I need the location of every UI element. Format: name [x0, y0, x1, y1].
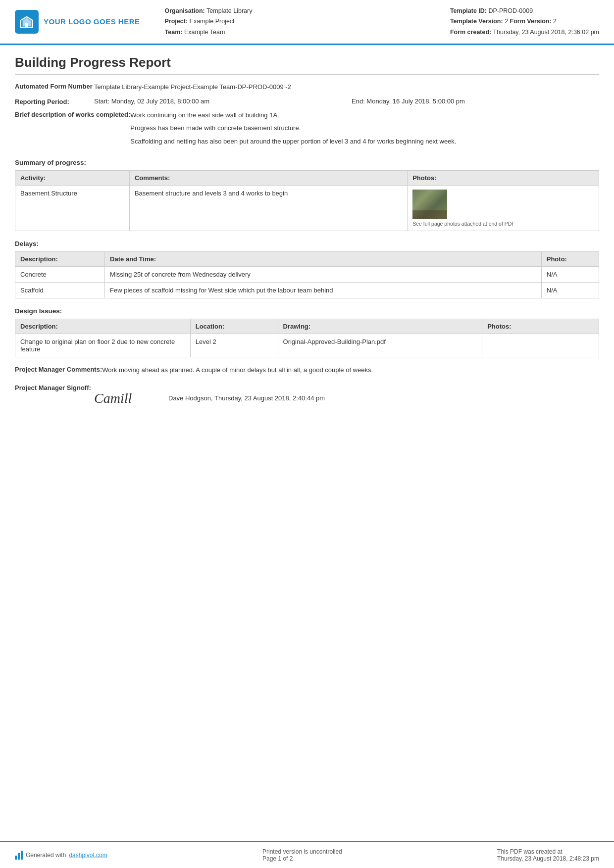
logo-icon: [15, 10, 39, 34]
brief-desc-line-3: Scaffolding and netting has also been pu…: [130, 137, 599, 147]
dashpivot-link[interactable]: dashpivot.com: [69, 852, 107, 859]
summary-photos-1: See full page photos attached at end of …: [408, 185, 599, 231]
delays-row-2: Scaffold Few pieces of scaffold missing …: [15, 282, 599, 298]
delays-header-row: Description: Date and Time: Photo:: [15, 251, 599, 266]
design-header-drawing: Drawing:: [278, 319, 482, 334]
header: YOUR LOGO GOES HERE Organisation: Templa…: [0, 0, 614, 45]
form-created-label: Form created:: [450, 29, 491, 36]
header-meta-right: Template ID: DP-PROD-0009 Template Versi…: [450, 6, 599, 38]
delays-datetime-1: Missing 25t of concrete from Wednesday d…: [105, 266, 542, 282]
design-location-1: Level 2: [190, 334, 278, 357]
signature-area: Camill Dave Hodgson, Thursday, 23 August…: [94, 386, 599, 412]
design-issues-table: Description: Location: Drawing: Photos: …: [15, 319, 599, 357]
template-version-label: Template Version:: [450, 18, 503, 25]
pdf-created-value: Thursday, 23 August 2018, 2:48:23 pm: [497, 855, 599, 862]
summary-section-title: Summary of progress:: [15, 159, 599, 166]
team-label: Team:: [165, 29, 183, 36]
brief-description-label: Brief description of works completed:: [15, 110, 130, 150]
project-value: Example Project: [190, 18, 235, 25]
design-row-1: Change to original plan on floor 2 due t…: [15, 334, 599, 357]
delays-photo-1: N/A: [541, 266, 599, 282]
org-label: Organisation:: [165, 7, 205, 14]
logo-area: YOUR LOGO GOES HERE: [15, 6, 140, 38]
generated-text: Generated with: [26, 852, 66, 859]
page-label: Page: [262, 855, 276, 862]
pm-signoff-label: Project Manager Signoff:: [15, 384, 94, 412]
signature-image: Camill: [94, 386, 154, 412]
logo-text: YOUR LOGO GOES HERE: [44, 17, 140, 26]
summary-activity-1: Basement Structure: [15, 185, 130, 231]
delays-table: Description: Date and Time: Photo: Concr…: [15, 251, 599, 298]
footer-right: This PDF was created at Thursday, 23 Aug…: [497, 848, 599, 862]
brief-description-value: Work continuing on the east side wall of…: [130, 110, 599, 150]
design-issues-section-title: Design Issues:: [15, 307, 599, 315]
summary-header-activity: Activity:: [15, 170, 130, 185]
template-id-value: DP-PROD-0009: [488, 7, 533, 14]
bar-3: [21, 851, 23, 860]
delays-header-datetime: Date and Time:: [105, 251, 542, 266]
brief-description-row: Brief description of works completed: Wo…: [15, 110, 599, 150]
page-info: Page 1 of 2: [262, 855, 342, 862]
spacer: [0, 633, 614, 841]
pm-comments-label: Project Manager Comments:: [15, 365, 102, 376]
design-photos-1: [482, 334, 599, 357]
brief-desc-line-1: Work continuing on the east side wall of…: [130, 110, 599, 121]
reporting-period-label: Reporting Period:: [15, 97, 94, 105]
design-drawing-1: Original-Approved-Building-Plan.pdf: [278, 334, 482, 357]
org-value: Template Library: [206, 7, 252, 14]
delays-description-1: Concrete: [15, 266, 105, 282]
delays-section-title: Delays:: [15, 240, 599, 247]
delays-description-2: Scaffold: [15, 282, 105, 298]
photo-thumb: [412, 190, 447, 219]
svg-rect-0: [25, 23, 28, 27]
pm-comments-row: Project Manager Comments: Work moving ah…: [15, 365, 599, 376]
summary-header-photos: Photos:: [408, 170, 599, 185]
form-version-label: Form Version:: [510, 18, 552, 25]
delays-row-1: Concrete Missing 25t of concrete from We…: [15, 266, 599, 282]
automated-form-number-label: Automated Form Number: [15, 82, 94, 93]
pm-signoff-value: Camill Dave Hodgson, Thursday, 23 August…: [94, 384, 599, 412]
reporting-start: Start: Monday, 02 July 2018, 8:00:00 am: [94, 97, 342, 105]
design-header-description: Description:: [15, 319, 191, 334]
page-wrapper: YOUR LOGO GOES HERE Organisation: Templa…: [0, 0, 614, 868]
design-header-location: Location:: [190, 319, 278, 334]
footer-center: Printed version is uncontrolled Page 1 o…: [262, 848, 342, 862]
reporting-end: End: Monday, 16 July 2018, 5:00:00 pm: [352, 97, 599, 105]
form-version-value: 2: [553, 18, 557, 25]
delays-photo-2: N/A: [541, 282, 599, 298]
design-header-photos: Photos:: [482, 319, 599, 334]
summary-header-comments: Comments:: [129, 170, 407, 185]
design-issues-header-row: Description: Location: Drawing: Photos:: [15, 319, 599, 334]
page-number: 1: [278, 855, 281, 862]
header-meta: Organisation: Template Library Project: …: [150, 6, 599, 38]
header-meta-left: Organisation: Template Library Project: …: [165, 6, 253, 38]
template-id-label: Template ID:: [450, 7, 487, 14]
photo-thumb-img: [412, 190, 447, 219]
photo-caption: See full page photos attached at end of …: [412, 221, 594, 227]
template-version-value: 2: [505, 18, 508, 25]
pm-signoff-row: Project Manager Signoff: Camill Dave Hod…: [15, 384, 599, 412]
summary-row-1: Basement Structure Basement structure an…: [15, 185, 599, 231]
summary-table: Activity: Comments: Photos: Basement Str…: [15, 170, 599, 231]
main-content: Building Progress Report Automated Form …: [0, 45, 614, 634]
reporting-period-values: Start: Monday, 02 July 2018, 8:00:00 am …: [94, 97, 599, 105]
bar-2: [18, 853, 20, 860]
delays-datetime-2: Few pieces of scaffold missing for West …: [105, 282, 542, 298]
report-title: Building Progress Report: [15, 55, 599, 75]
bar-chart-icon: [15, 851, 23, 860]
reporting-period-row: Reporting Period: Start: Monday, 02 July…: [15, 97, 599, 105]
form-created-value: Thursday, 23 August 2018, 2:36:02 pm: [493, 29, 600, 36]
summary-table-header-row: Activity: Comments: Photos:: [15, 170, 599, 185]
footer: Generated with dashpivot.com Printed ver…: [0, 841, 614, 868]
team-value: Example Team: [184, 29, 225, 36]
bar-1: [15, 856, 17, 860]
automated-form-number-value: Template Library-Example Project-Example…: [94, 82, 599, 93]
project-label: Project:: [165, 18, 188, 25]
pm-comments-value: Work moving ahead as planned. A couple o…: [102, 365, 599, 376]
printed-version-text: Printed version is uncontrolled: [262, 848, 342, 855]
delays-header-photo: Photo:: [541, 251, 599, 266]
brief-desc-line-2: Progress has been made with concrete bas…: [130, 123, 599, 134]
summary-comments-1: Basement structure and levels 3 and 4 wo…: [129, 185, 407, 231]
page-of: of 2: [283, 855, 293, 862]
delays-header-description: Description:: [15, 251, 105, 266]
